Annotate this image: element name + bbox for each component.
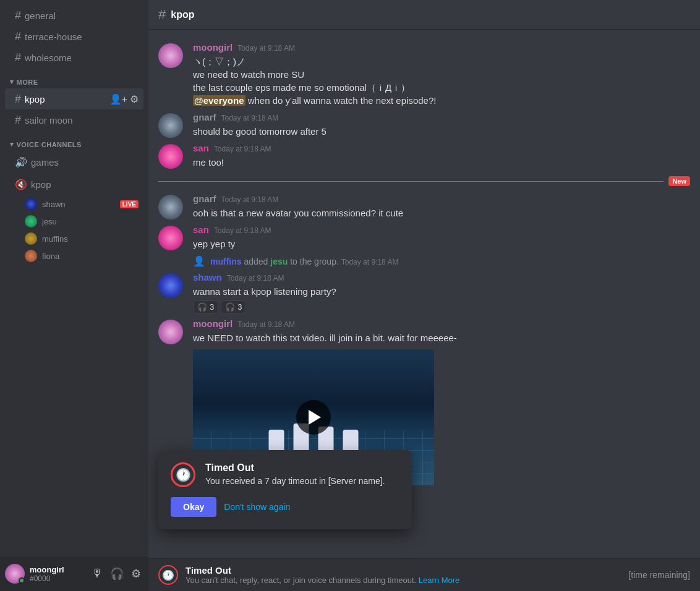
okay-button[interactable]: Okay (171, 497, 216, 517)
msg-text: wanna start a kpop listening party? (193, 285, 690, 298)
author-gnarf[interactable]: gnarf (193, 112, 216, 122)
msg-timestamp: Today at 9:18 AM (214, 145, 271, 153)
user-discriminator: #0000 (30, 574, 84, 583)
hash-icon: # (15, 9, 21, 22)
message-content: gnarf Today at 9:18 AM should be good to… (193, 112, 690, 138)
add-member-icon[interactable]: 👤+ (109, 93, 127, 105)
msg-text-4: @everyone when do y'all wanna watch the … (193, 94, 690, 107)
msg-timestamp: Today at 9:18 AM (214, 226, 271, 235)
avatar-moongirl[interactable] (158, 320, 183, 344)
user-area: moongirl #0000 🎙 🎧 ⚙ (0, 556, 148, 591)
jesu-link[interactable]: jesu (270, 257, 288, 266)
avatar-col (158, 112, 183, 138)
avatar-col (158, 272, 183, 313)
avatar-col (158, 193, 183, 219)
headphones-icon[interactable]: 🎧 (108, 566, 126, 582)
timeout-bar-clock-icon: 🕐 (158, 565, 178, 585)
avatar-san[interactable] (158, 226, 183, 250)
msg-text: me too! (193, 156, 690, 169)
settings-icon[interactable]: ⚙ (130, 93, 139, 105)
system-text-group: to the group. (290, 257, 341, 266)
message-content: moongirl Today at 9:18 AM ヽ(；▽；)ノ we nee… (193, 42, 690, 107)
hash-icon: # (15, 51, 21, 64)
avatar-col (158, 143, 183, 169)
timeout-time-remaining: [time remaining] (628, 570, 690, 580)
system-text: muffins added jesu to the group. Today a… (210, 257, 398, 266)
reaction-count-1: 3 (210, 302, 214, 312)
muffins-link[interactable]: muffins (210, 257, 242, 266)
live-badge: LIVE (120, 200, 139, 208)
channel-list: # general # terrace-house # wholesome ▾ … (0, 0, 148, 556)
main-content: # kpop moongirl Today at 9:18 AM ヽ(；▽；)ノ… (148, 0, 700, 591)
voice-member-fiona[interactable]: fiona (5, 247, 143, 265)
message-group-gnarf-2: gnarf Today at 9:18 AM ooh is that a new… (148, 191, 700, 222)
voice-member-shawn[interactable]: shawn LIVE (5, 195, 143, 213)
avatar-gnarf[interactable] (158, 113, 183, 138)
author-moongirl[interactable]: moongirl (193, 42, 233, 53)
channel-action-icons: 👤+ ⚙ (109, 93, 139, 105)
author-moongirl[interactable]: moongirl (193, 318, 233, 329)
msg-timestamp: Today at 9:18 AM (227, 274, 284, 283)
author-san[interactable]: san (193, 143, 209, 153)
author-gnarf[interactable]: gnarf (193, 193, 216, 204)
msg-text: ヽ(；▽；)ノ (193, 55, 690, 68)
message-content: san Today at 9:18 AM me too! (193, 143, 690, 169)
avatar-gnarf[interactable] (158, 195, 183, 219)
timeout-modal-title: Timed Out (205, 462, 385, 474)
msg-timestamp: Today at 9:18 AM (221, 195, 279, 204)
system-timestamp: Today at 9:18 AM (341, 258, 399, 266)
sidebar-item-wholesome[interactable]: # wholesome (5, 47, 143, 68)
divider-line (158, 181, 664, 182)
avatar-san[interactable] (158, 144, 183, 169)
reaction-2[interactable]: 🎧 3 (221, 300, 246, 313)
message-group-shawn: shawn Today at 9:18 AM wanna start a kpo… (148, 270, 700, 316)
reaction-bar: 🎧 3 🎧 3 (193, 300, 690, 313)
section-voice-channels[interactable]: ▾ VOICE CHANNELS (0, 130, 148, 151)
message-content: gnarf Today at 9:18 AM ooh is that a new… (193, 193, 690, 219)
user-controls: 🎙 🎧 ⚙ (89, 566, 143, 582)
reaction-1[interactable]: 🎧 3 (193, 300, 218, 313)
user-status-dot (19, 577, 25, 584)
speaker-muted-icon: 🔇 (15, 179, 27, 190)
sidebar-item-terrace-house[interactable]: # terrace-house (5, 26, 143, 47)
msg-timestamp: Today at 9:18 AM (221, 114, 279, 122)
avatar-shawn[interactable] (158, 273, 183, 298)
message-header: san Today at 9:18 AM (193, 224, 690, 235)
person-add-icon: 👤 (193, 255, 205, 267)
timeout-modal-actions: Okay Don't show again (171, 497, 399, 517)
hash-icon: # (15, 114, 21, 127)
message-header: moongirl Today at 9:18 AM (193, 42, 690, 53)
msg-text: should be good tomorrow after 5 (193, 125, 690, 138)
hash-icon: # (15, 93, 21, 106)
timeout-clock-icon: 🕐 (171, 462, 195, 487)
message-content: shawn Today at 9:18 AM wanna start a kpo… (193, 272, 690, 313)
avatar-shawn (25, 198, 37, 210)
voice-member-muffins[interactable]: muffins (5, 230, 143, 247)
voice-channel-name-games: games (31, 157, 59, 168)
section-more[interactable]: ▾ MORE (0, 68, 148, 88)
sidebar-item-sailor-moon[interactable]: # sailor moon (5, 109, 143, 130)
sidebar-item-general[interactable]: # general (5, 5, 143, 26)
learn-more-link[interactable]: Learn More (419, 576, 459, 585)
sidebar-item-kpop[interactable]: # kpop 👤+ ⚙ (5, 88, 143, 109)
message-header: san Today at 9:18 AM (193, 143, 690, 153)
settings-icon[interactable]: ⚙ (129, 566, 143, 582)
message-group-san-2: san Today at 9:18 AM yep yep ty (148, 222, 700, 253)
member-name-muffins: muffins (42, 234, 68, 244)
voice-channel-games[interactable]: 🔊 games (5, 151, 143, 173)
voice-member-jesu[interactable]: jesu (5, 213, 143, 230)
avatar-col (158, 42, 183, 107)
channel-header-name: kpop (171, 9, 194, 20)
microphone-icon[interactable]: 🎙 (89, 566, 105, 582)
voice-channel-kpop[interactable]: 🔇 kpop (5, 173, 143, 195)
play-triangle-icon (309, 410, 321, 425)
timeout-bar-desc-text: You can't chat, reply, react, or join vo… (186, 576, 416, 585)
dont-show-button[interactable]: Don't show again (224, 502, 290, 512)
chevron-icon: ▾ (10, 140, 14, 148)
member-name-jesu: jesu (42, 217, 57, 226)
author-san[interactable]: san (193, 224, 209, 235)
video-play-button[interactable] (296, 400, 331, 435)
avatar-moongirl[interactable] (158, 43, 183, 68)
author-shawn[interactable]: shawn (193, 272, 222, 283)
timeout-bar-description: You can't chat, reply, react, or join vo… (186, 576, 621, 585)
